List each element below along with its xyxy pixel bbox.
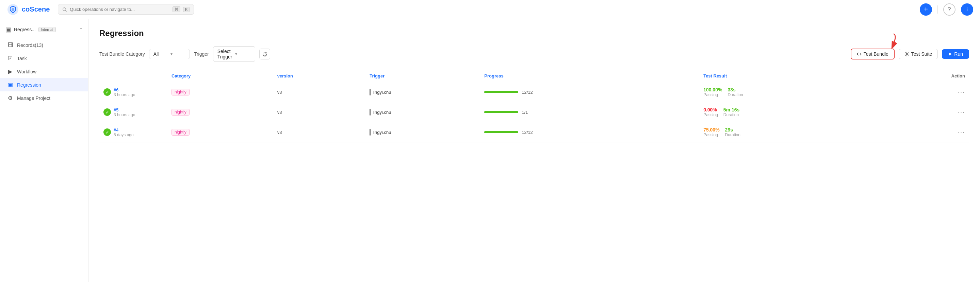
search-icon bbox=[62, 7, 67, 12]
search-input[interactable] bbox=[70, 7, 170, 12]
progress-bar bbox=[484, 131, 518, 133]
svg-point-4 bbox=[906, 53, 907, 55]
cell-id: ✓ #6 3 hours ago bbox=[99, 82, 167, 102]
check-icon: ✓ bbox=[103, 88, 111, 96]
row-link[interactable]: #4 bbox=[114, 127, 118, 133]
category-tag: nightly bbox=[172, 89, 189, 95]
test-bundle-button[interactable]: Test Bundle bbox=[851, 49, 894, 59]
sidebar-item-task[interactable]: ☑ Task bbox=[0, 52, 88, 65]
time-ago: 3 hours ago bbox=[114, 92, 135, 97]
regression-label: Regression bbox=[17, 82, 41, 88]
trigger-select[interactable]: Select Trigger ▾ bbox=[213, 46, 255, 62]
help-button[interactable]: ? bbox=[943, 3, 956, 16]
category-chevron: ▾ bbox=[170, 52, 185, 56]
progress-bar bbox=[484, 111, 518, 113]
row-link[interactable]: #5 bbox=[114, 107, 118, 112]
sidebar-item-manage-project[interactable]: ⚙ Manage Project bbox=[0, 91, 88, 105]
trigger-label: Trigger bbox=[194, 51, 209, 57]
row-link[interactable]: #6 bbox=[114, 87, 118, 92]
kbd-key: K bbox=[183, 7, 189, 12]
cell-result: 75.00% Passing 29s Duration bbox=[699, 122, 885, 143]
logo[interactable]: coScene bbox=[7, 3, 50, 16]
nav-divider bbox=[937, 5, 938, 14]
trigger-bar bbox=[369, 109, 371, 116]
records-label: Records(13) bbox=[17, 43, 43, 48]
cell-id: ✓ #5 3 hours ago bbox=[99, 102, 167, 122]
trigger-bar bbox=[369, 129, 371, 136]
manage-project-icon: ⚙ bbox=[7, 95, 14, 101]
kbd-mod: ⌘ bbox=[172, 6, 180, 12]
task-icon: ☑ bbox=[7, 55, 14, 62]
action-menu-button[interactable]: ··· bbox=[958, 129, 965, 136]
test-suite-button[interactable]: Test Suite bbox=[899, 49, 938, 59]
sidebar-item-regression[interactable]: ▣ Regression bbox=[0, 78, 88, 91]
gear-icon bbox=[904, 52, 909, 56]
svg-marker-5 bbox=[949, 52, 952, 56]
manage-project-label: Manage Project bbox=[17, 95, 50, 101]
check-icon: ✓ bbox=[103, 108, 111, 116]
action-menu-button[interactable]: ··· bbox=[958, 89, 965, 95]
run-button[interactable]: Run bbox=[942, 49, 969, 59]
sidebar-project[interactable]: ▣ Regress... Internal ⌃ bbox=[0, 23, 88, 39]
cell-version: v3 bbox=[273, 122, 366, 143]
cell-category: nightly bbox=[167, 122, 273, 143]
result-dur: 5m 16s bbox=[724, 107, 740, 112]
trigger-user: lingyi.chu bbox=[372, 110, 391, 115]
result-sub: Passing bbox=[703, 92, 722, 97]
run-label: Run bbox=[954, 51, 963, 57]
folder-icon: ▣ bbox=[5, 26, 11, 33]
regression-table: Category version Trigger Progress Test R… bbox=[99, 70, 969, 143]
result-dur-sub: Duration bbox=[727, 92, 743, 97]
avatar[interactable]: i bbox=[961, 3, 973, 16]
sidebar-item-workflow[interactable]: ▶ Workflow bbox=[0, 65, 88, 78]
cell-trigger: lingyi.chu bbox=[366, 122, 480, 143]
add-button[interactable]: + bbox=[920, 3, 932, 16]
progress-fill bbox=[484, 91, 518, 93]
cell-result: 0.00% Passing 5m 16s Duration bbox=[699, 102, 885, 122]
play-icon bbox=[948, 52, 952, 56]
project-badge: Internal bbox=[38, 27, 56, 32]
cell-action: ··· bbox=[885, 82, 969, 102]
category-tag: nightly bbox=[172, 129, 189, 136]
th-category: Category bbox=[167, 70, 273, 82]
svg-line-2 bbox=[65, 10, 66, 11]
trigger-user: lingyi.chu bbox=[372, 90, 391, 95]
category-tag: nightly bbox=[172, 109, 189, 116]
workflow-label: Workflow bbox=[17, 69, 37, 74]
cell-action: ··· bbox=[885, 102, 969, 122]
result-dur-sub: Duration bbox=[725, 133, 740, 137]
records-icon: 🎞 bbox=[7, 42, 14, 48]
top-nav: coScene ⌘ K + ? i bbox=[0, 0, 980, 19]
search-bar[interactable]: ⌘ K bbox=[58, 4, 194, 14]
cell-category: nightly bbox=[167, 82, 273, 102]
category-select[interactable]: All ▾ bbox=[149, 49, 190, 59]
test-bundle-label: Test Bundle bbox=[864, 51, 888, 57]
action-menu-button[interactable]: ··· bbox=[958, 109, 965, 116]
toolbar: Test Bundle Category All ▾ Trigger Selec… bbox=[99, 46, 969, 62]
time-ago: 3 hours ago bbox=[114, 112, 135, 117]
cell-version: v3 bbox=[273, 102, 366, 122]
nav-right: + ? i bbox=[920, 3, 973, 16]
category-label: Test Bundle Category bbox=[99, 51, 145, 57]
result-dur-sub: Duration bbox=[724, 112, 740, 117]
cell-progress: 12/12 bbox=[480, 82, 699, 102]
main-content: Regression Test Bundle Category All ▾ Tr… bbox=[89, 19, 980, 282]
logo-text: coScene bbox=[22, 5, 50, 13]
result-pct: 0.00% bbox=[703, 107, 718, 112]
progress-text: 1/1 bbox=[522, 110, 528, 115]
workflow-icon: ▶ bbox=[7, 68, 14, 75]
task-label: Task bbox=[17, 56, 27, 61]
sidebar-item-records[interactable]: 🎞 Records(13) bbox=[0, 39, 88, 52]
progress-fill bbox=[484, 131, 518, 133]
table-row: ✓ #6 3 hours ago nightly v3 lingyi.chu 1 bbox=[99, 82, 969, 102]
result-dur: 33s bbox=[727, 87, 743, 92]
refresh-icon bbox=[262, 52, 267, 56]
refresh-button[interactable] bbox=[259, 49, 270, 59]
code-icon bbox=[857, 52, 862, 56]
expand-icon: ⌃ bbox=[79, 27, 83, 32]
th-trigger: Trigger bbox=[366, 70, 480, 82]
cell-trigger: lingyi.chu bbox=[366, 82, 480, 102]
table-wrapper: Category version Trigger Progress Test R… bbox=[99, 70, 969, 143]
progress-fill bbox=[484, 111, 518, 113]
result-dur: 29s bbox=[725, 127, 740, 133]
